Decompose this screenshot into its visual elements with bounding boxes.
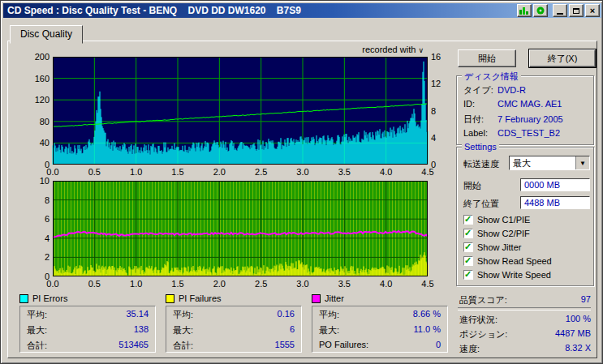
- chart-icon: [519, 6, 529, 15]
- svg-text:0.5: 0.5: [88, 279, 101, 289]
- svg-text:3.5: 3.5: [338, 279, 351, 289]
- pi-failures-swatch-icon: [166, 294, 174, 303]
- svg-text:0.5: 0.5: [88, 167, 101, 177]
- info-label: Label:: [463, 128, 497, 138]
- stat-row: 平均:35.14: [20, 307, 155, 323]
- stat-value: 0: [436, 340, 441, 349]
- disc-label-row: Label:CDS_TEST_B2: [463, 128, 588, 138]
- position-value: 4487 MB: [555, 328, 591, 340]
- svg-text:2.0: 2.0: [213, 167, 226, 177]
- maximize-button[interactable]: [569, 4, 584, 17]
- checkbox-show-write-speed[interactable]: Show Write Speed: [463, 269, 551, 280]
- svg-text:160: 160: [35, 74, 50, 84]
- minimize-button[interactable]: [553, 4, 567, 17]
- speed-value: 8.32 X: [565, 343, 591, 355]
- svg-text:2: 2: [45, 252, 50, 262]
- checkbox-label: Show C2/PIF: [477, 229, 530, 238]
- stat-value: 6: [290, 324, 295, 336]
- exit-button[interactable]: 終了(X): [529, 49, 596, 67]
- tab-disc-quality[interactable]: Disc Quality: [10, 25, 83, 44]
- svg-text:40: 40: [40, 138, 50, 148]
- stat-row: 合計:1555: [166, 338, 301, 353]
- stat-label: PO Failures:: [319, 340, 368, 349]
- legend-label: PI Failures: [179, 293, 222, 303]
- progress-row: 進行状況:100 %: [459, 314, 591, 326]
- chevron-down-icon[interactable]: ▼: [575, 156, 589, 169]
- app-window: CD Speed : Disc Quality Test - BENQ DVD …: [0, 0, 603, 364]
- tab-body: recorded with ∨ 0408012016020004812160.0…: [7, 41, 597, 358]
- position-label: ポジション:: [459, 328, 507, 340]
- svg-text:6: 6: [45, 214, 50, 224]
- svg-text:1.5: 1.5: [171, 167, 183, 177]
- svg-text:4: 4: [45, 233, 50, 243]
- pi-failures-legend: PI Failures: [166, 293, 304, 304]
- svg-text:10: 10: [40, 178, 50, 186]
- checkbox-icon: [463, 270, 473, 280]
- minimize-icon: [557, 13, 563, 15]
- svg-text:8: 8: [45, 195, 50, 205]
- svg-text:0.0: 0.0: [46, 279, 58, 289]
- end-position-field[interactable]: 4488 MB: [520, 196, 590, 209]
- window-title: CD Speed : Disc Quality Test - BENQ DVD …: [5, 5, 515, 16]
- control-panel: 開始 終了(X) ディスク情報 タイプ:DVD-R ID:CMC MAG. AE…: [456, 46, 596, 358]
- progress-value: 100 %: [566, 314, 591, 326]
- svg-text:16: 16: [431, 53, 441, 62]
- stat-value: 35.14: [126, 309, 149, 321]
- stat-label: 平均:: [27, 309, 47, 321]
- checkbox-icon: [463, 242, 473, 252]
- svg-text:4.0: 4.0: [380, 167, 392, 177]
- start-button[interactable]: 開始: [458, 49, 516, 67]
- checkbox-show-c2-pif[interactable]: Show C2/PIF: [463, 228, 530, 239]
- disc-date-row: 日付:7 February 2005: [463, 113, 588, 126]
- svg-text:0.0: 0.0: [46, 167, 58, 177]
- start-position-field[interactable]: 0000 MB: [520, 178, 590, 191]
- svg-text:3.0: 3.0: [296, 279, 308, 289]
- stat-value: 11.0 %: [414, 324, 441, 336]
- titlebar-disc-button[interactable]: [533, 4, 548, 17]
- stat-row: 最大:138: [20, 323, 155, 338]
- checkbox-label: Show Write Speed: [477, 270, 551, 280]
- svg-text:3.5: 3.5: [338, 167, 351, 177]
- stat-value: 8.66 %: [413, 309, 441, 321]
- stat-row: 最大:11.0 %: [312, 323, 447, 338]
- checkbox-show-jitter[interactable]: Show Jitter: [463, 242, 521, 253]
- info-label: 日付:: [463, 113, 497, 126]
- pi-errors-swatch-icon: [19, 294, 28, 303]
- checkbox-icon: [463, 229, 473, 238]
- svg-text:2.0: 2.0: [213, 279, 226, 289]
- disc-info-group: ディスク情報 タイプ:DVD-R ID:CMC MAG. AE1 日付:7 Fe…: [456, 75, 594, 145]
- jitter-legend: Jitter: [312, 293, 450, 304]
- svg-text:3.0: 3.0: [296, 167, 308, 177]
- stat-label: 平均:: [173, 309, 193, 321]
- stat-value: 138: [134, 324, 149, 336]
- transfer-speed-label: 転送速度: [463, 158, 499, 170]
- pi-errors-chart: 0408012016020004812160.00.51.01.52.02.53…: [13, 53, 451, 179]
- disc-type-row: タイプ:DVD-R: [463, 84, 588, 96]
- stat-row: PO Failures:0: [312, 338, 447, 351]
- svg-text:1.5: 1.5: [171, 279, 183, 289]
- stat-row: 平均:8.66 %: [312, 307, 447, 323]
- speed-row: 速度:8.32 X: [459, 343, 591, 355]
- close-button[interactable]: ×: [585, 4, 600, 17]
- titlebar-chart-button[interactable]: [517, 4, 532, 17]
- stat-row: 平均:0.16: [166, 307, 301, 323]
- pi-errors-panel: 平均:35.14 最大:138 合計:513465: [19, 306, 156, 353]
- stat-label: 最大:: [319, 324, 339, 336]
- disc-icon: [536, 6, 545, 15]
- pi-failures-jitter-chart: 02468100.00.51.01.52.02.53.03.54.04.5: [13, 178, 451, 291]
- titlebar[interactable]: CD Speed : Disc Quality Test - BENQ DVD …: [3, 3, 601, 18]
- transfer-speed-select[interactable]: 最大 ▼: [509, 156, 590, 170]
- svg-text:8: 8: [431, 106, 436, 116]
- info-label: タイプ:: [463, 84, 497, 96]
- checkbox-show-read-speed[interactable]: Show Read Speed: [463, 255, 552, 267]
- settings-title: Settings: [462, 142, 499, 152]
- legend-label: Jitter: [325, 293, 344, 303]
- stat-value: 1555: [275, 340, 295, 352]
- checkbox-label: Show C1/PIE: [477, 215, 530, 225]
- info-value: CDS_TEST_B2: [497, 128, 560, 138]
- svg-text:4: 4: [431, 133, 436, 143]
- checkbox-label: Show Read Speed: [477, 256, 552, 266]
- quality-score-label: 品質スコア:: [459, 294, 507, 306]
- checkbox-show-c1-pie[interactable]: Show C1/PIE: [463, 214, 530, 225]
- info-value: DVD-R: [497, 85, 526, 95]
